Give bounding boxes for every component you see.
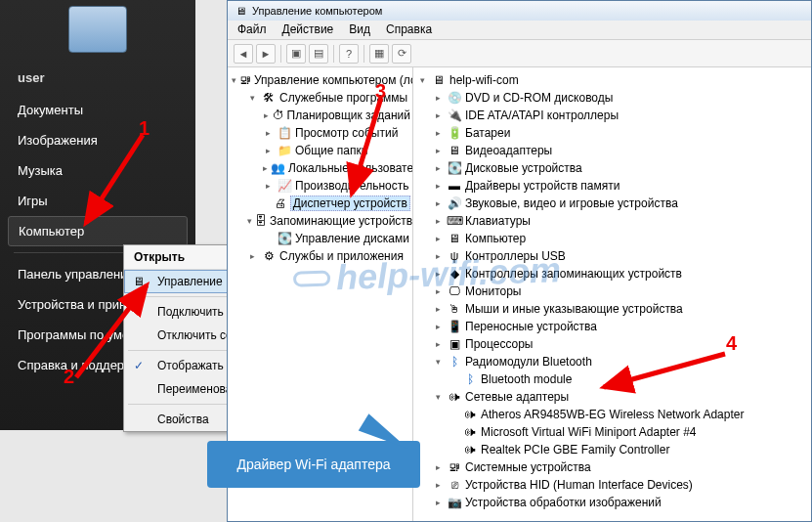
annotation-3: 3 [375, 80, 386, 103]
dev-storage-ctl[interactable]: ▸◆Контроллеры запоминающих устройств [413, 265, 811, 283]
tool-refresh[interactable]: ⟳ [392, 44, 411, 64]
dev-network[interactable]: ▾🕪Сетевые адаптеры [413, 388, 811, 406]
dev-net-atheros[interactable]: 🕪Atheros AR9485WB-EG Wireless Network Ad… [413, 406, 811, 423]
dev-hid[interactable]: ▸⎚Устройства HID (Human Interface Device… [413, 476, 811, 494]
right-tree: ▾🖥help-wifi-com ▸💿DVD и CD-ROM дисководы… [413, 67, 811, 521]
tool-help[interactable]: ? [339, 44, 359, 64]
separator [333, 45, 334, 63]
dev-bluetooth[interactable]: ▾ᛒРадиомодули Bluetooth [413, 353, 811, 370]
dev-mice[interactable]: ▸🖱Мыши и иные указывающие устройства [413, 300, 811, 318]
tree-item-eventvwr[interactable]: ▸📋Просмотр событий [228, 124, 412, 142]
dev-bt-module[interactable]: ᛒBluetooth module [413, 370, 811, 388]
menubar: Файл Действие Вид Справка [228, 21, 811, 40]
device-root[interactable]: ▾🖥help-wifi-com [413, 71, 811, 89]
dev-net-virtual[interactable]: 🕪Microsoft Virtual WiFi Miniport Adapter… [413, 423, 811, 441]
start-item-music[interactable]: Музыка [0, 155, 195, 186]
dev-net-realtek[interactable]: 🕪Realtek PCIe GBE Family Controller [413, 441, 811, 458]
start-item-pictures[interactable]: Изображения [0, 125, 195, 155]
menu-action[interactable]: Действие [282, 22, 334, 37]
dev-portable[interactable]: ▸📱Переносные устройства [413, 318, 811, 335]
dev-memdrv[interactable]: ▸▬Драйверы устройств памяти [413, 177, 811, 195]
window-title: Управление компьютером [252, 5, 382, 17]
annotation-1: 1 [139, 117, 150, 140]
tree-item-scheduler[interactable]: ▸⏱Планировщик заданий [228, 107, 412, 124]
tree-group-services[interactable]: ▸⚙Службы и приложения [228, 247, 412, 265]
tree-item-shared[interactable]: ▸📁Общие папки [228, 142, 412, 159]
start-item-games[interactable]: Игры [0, 186, 195, 216]
menu-file[interactable]: Файл [237, 22, 267, 37]
separator [280, 45, 281, 63]
start-item-computer[interactable]: Компьютер [8, 216, 188, 246]
start-item-documents[interactable]: Документы [0, 95, 195, 125]
dev-ide[interactable]: ▸🔌IDE ATA/ATAPI контроллеры [413, 107, 811, 124]
dev-cpu[interactable]: ▸▣Процессоры [413, 335, 811, 353]
dev-computer[interactable]: ▸🖥Компьютер [413, 230, 811, 247]
start-username: user [0, 66, 195, 95]
dev-system[interactable]: ▸🖳Системные устройства [413, 458, 811, 476]
dev-monitors[interactable]: ▸🖵Мониторы [413, 283, 811, 300]
dev-dvd[interactable]: ▸💿DVD и CD-ROM дисководы [413, 89, 811, 107]
tree-item-users[interactable]: ▸👥Локальные пользователи [228, 159, 412, 177]
separator [363, 45, 364, 63]
dev-video[interactable]: ▸🖥Видеоадаптеры [413, 142, 811, 159]
tree-group-storage[interactable]: ▾🗄Запоминающие устройства [228, 212, 412, 230]
toolbar: ◄ ► ▣ ▤ ? ▦ ⟳ [228, 40, 811, 67]
annotation-2: 2 [64, 366, 74, 388]
dev-battery[interactable]: ▸🔋Батареи [413, 124, 811, 142]
tree-item-devmgr[interactable]: 🖨Диспетчер устройств [228, 195, 412, 212]
app-icon: 🖥 [235, 5, 246, 17]
tool-device[interactable]: ▦ [369, 44, 389, 64]
dev-imaging[interactable]: ▸📷Устройства обработки изображений [413, 494, 811, 511]
dev-disk[interactable]: ▸💽Дисковые устройства [413, 159, 811, 177]
callout-driver: Драйвер Wi-Fi адаптера [207, 441, 420, 488]
menu-view[interactable]: Вид [349, 22, 370, 37]
dev-keyboard[interactable]: ▸⌨Клавиатуры [413, 212, 811, 230]
tool-forward[interactable]: ► [256, 44, 276, 64]
dev-usb[interactable]: ▸ψКонтроллеры USB [413, 247, 811, 265]
tool-back[interactable]: ◄ [234, 44, 253, 64]
tool-up[interactable]: ▣ [286, 44, 306, 64]
user-avatar [68, 6, 127, 53]
tree-item-perf[interactable]: ▸📈Производительность [228, 177, 412, 195]
tool-properties[interactable]: ▤ [309, 44, 328, 64]
window-titlebar: 🖥 Управление компьютером [228, 1, 811, 21]
annotation-4: 4 [726, 332, 737, 355]
tree-item-diskmgmt[interactable]: 💽Управление дисками [228, 230, 412, 247]
dev-sound[interactable]: ▸🔊Звуковые, видео и игровые устройства [413, 195, 811, 212]
menu-help[interactable]: Справка [386, 22, 432, 37]
